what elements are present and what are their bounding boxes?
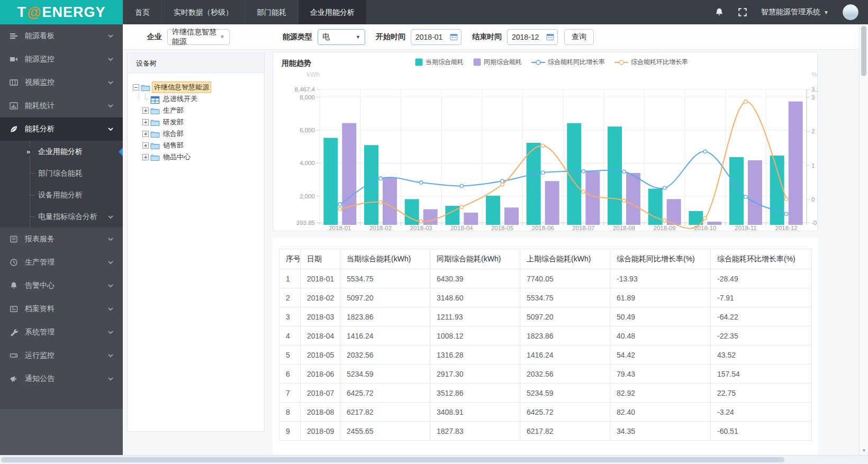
company-select[interactable]: 许继信息智慧能源 ▼ — [167, 29, 230, 45]
sidebar-subitem-department-comprehensive-energy[interactable]: 部门综合能耗 — [0, 162, 123, 184]
x-axis-label: 2018-01 — [329, 225, 351, 231]
table-row: 52018-052032.561316.281416.2454.4243.52 — [279, 345, 812, 365]
sidebar-subitem-device-energy-analysis[interactable]: 设备用能分析 — [0, 184, 123, 206]
sidebar-item-alarm-center[interactable]: 告警中心 — [0, 274, 123, 297]
end-time-label: 结束时间 — [472, 32, 502, 42]
nav-tab-realtime-data[interactable]: 实时数据（秒级） — [161, 0, 245, 24]
folder-open-icon — [141, 84, 150, 92]
bar-same-period-energy — [667, 199, 681, 225]
chart-legend: 当期综合能耗同期综合能耗综合能耗同比增长率综合能耗环比增长率 — [415, 58, 688, 67]
sidebar-item-video-monitoring[interactable]: 视频监控 — [0, 71, 123, 94]
tree-collapse-icon[interactable] — [133, 84, 139, 90]
legend-item[interactable]: 当期综合能耗 — [415, 58, 464, 67]
sidebar-subitem-label: 企业用能分析 — [38, 147, 83, 157]
table-cell: 1823.86 — [340, 307, 430, 326]
table-cell: 5234.59 — [520, 384, 610, 403]
tree-root-label[interactable]: 许继信息智慧能源 — [152, 81, 211, 93]
logo-text: T — [17, 4, 27, 21]
fullscreen-icon[interactable] — [738, 7, 747, 17]
report-icon — [10, 235, 18, 243]
start-date-value: 2018-01 — [415, 33, 442, 41]
chevron-down-icon — [107, 79, 114, 86]
nav-tab-department-energy[interactable]: 部门能耗 — [245, 0, 298, 24]
tree-node-main-incoming-switch[interactable]: 总进线开关 — [142, 93, 259, 105]
bar-same-period-energy — [464, 213, 478, 225]
line-data-point — [501, 183, 504, 186]
sidebar-item-system-management[interactable]: 系统管理 — [0, 321, 123, 344]
sidebar-item-energy-monitoring[interactable]: 能源监控 — [0, 48, 123, 71]
tree-node-general-dept[interactable]: 综合部 — [142, 128, 259, 140]
energy-type-select[interactable]: 电 ▼ — [318, 29, 365, 45]
table-header-cell: 序号 — [279, 249, 301, 269]
table-cell: 2032.56 — [520, 365, 610, 384]
tree-expand-icon[interactable] — [142, 119, 149, 125]
sidebar-item-energy-statistics[interactable]: 能耗统计 — [0, 94, 123, 117]
system-name-dropdown[interactable]: 智慧能源管理系统 ▼ — [761, 7, 829, 17]
nav-tab-home[interactable]: 首页 — [123, 0, 161, 24]
table-cell: 2018-08 — [301, 403, 340, 422]
legend-item[interactable]: 同期综合能耗 — [473, 58, 522, 67]
tree-expand-icon[interactable] — [142, 131, 149, 137]
tree-node-sales-dept[interactable]: 销售部 — [142, 140, 259, 151]
x-axis-label: 2018-11 — [735, 225, 756, 231]
legend-item[interactable]: 综合能耗环比增长率 — [614, 58, 688, 67]
notification-bell-icon[interactable] — [715, 7, 724, 17]
device-tree-title: 设备树 — [128, 53, 264, 73]
bar-current-energy — [729, 157, 744, 225]
chevron-down-icon: ▼ — [824, 10, 829, 15]
right-axis-name: % — [811, 71, 817, 78]
legend-line-swatch — [531, 59, 545, 66]
left-axis-tick: 4,000 — [300, 160, 315, 166]
bar-same-period-energy — [383, 177, 397, 225]
horizontal-scrollbar-thumb[interactable] — [1, 457, 784, 462]
filter-bar: 企业 许继信息智慧能源 ▼ 能源类型 电 ▼ 开始时间 2018-01 结束时间… — [123, 24, 859, 50]
device-tree: 许继信息智慧能源总进线开关生产部研发部综合部销售部物品中心 — [128, 73, 264, 171]
tree-node-production-dept[interactable]: 生产部 — [142, 105, 259, 116]
user-avatar[interactable] — [843, 4, 858, 20]
chevron-down-icon — [107, 56, 114, 63]
vertical-scrollbar[interactable]: ▼ — [859, 24, 868, 455]
table-cell: 2018-06 — [301, 365, 340, 384]
table-row: 22018-025097.203148.605534.7561.89-7.91 — [279, 288, 812, 307]
tree-expand-icon[interactable] — [142, 142, 149, 149]
table-row: 72018-076425.723512.865234.5982.9222.75 — [279, 384, 812, 403]
right-axis-tick: 3.23 — [811, 86, 817, 93]
sidebar-item-archives[interactable]: 档案资料 — [0, 297, 123, 321]
sidebar-subitem-enterprise-energy-analysis[interactable]: »企业用能分析 — [0, 141, 123, 162]
table-cell: 5234.59 — [340, 365, 430, 384]
sidebar-item-report-service[interactable]: 报表服务 — [0, 228, 123, 251]
sidebar-item-label: 档案资料 — [25, 304, 55, 314]
left-axis-tick: 393.85 — [296, 220, 315, 226]
folder-icon — [150, 119, 160, 126]
table-cell: 2018-09 — [301, 422, 340, 441]
vertical-scrollbar-thumb[interactable] — [861, 26, 866, 76]
end-date-input[interactable]: 2018-12 — [507, 29, 558, 45]
table-cell: 2018-01 — [301, 269, 340, 288]
tree-expand-icon[interactable] — [142, 154, 149, 160]
table-cell: 5097.20 — [520, 307, 610, 326]
tree-node-goods-center[interactable]: 物品中心 — [142, 151, 259, 163]
sidebar-item-notice-announcement[interactable]: 通知公告 — [0, 367, 123, 390]
sidebar-item-energy-analysis[interactable]: 能耗分析 — [0, 117, 123, 141]
bar-current-energy — [770, 156, 784, 225]
sidebar-item-energy-dashboard[interactable]: 能源看板 — [0, 24, 123, 48]
start-date-input[interactable]: 2018-01 — [411, 29, 462, 45]
line-data-point — [744, 100, 747, 103]
scroll-down-arrow-icon[interactable]: ▼ — [860, 447, 868, 455]
sidebar-item-production-management[interactable]: 生产管理 — [0, 251, 123, 274]
table-cell: 157.54 — [711, 365, 812, 384]
active-item-marker — [119, 148, 123, 156]
sidebar-subitem-label: 部门综合能耗 — [38, 169, 83, 178]
main-content: 企业 许继信息智慧能源 ▼ 能源类型 电 ▼ 开始时间 2018-01 结束时间… — [123, 24, 859, 455]
horizontal-scrollbar[interactable] — [0, 455, 868, 464]
nav-tab-enterprise-energy-analysis[interactable]: 企业用能分析 — [298, 0, 366, 24]
bar-same-period-energy — [545, 181, 559, 225]
sidebar-subitem-power-indicator-analysis[interactable]: 电量指标综合分析 — [0, 206, 123, 228]
tree-node-root[interactable]: 许继信息智慧能源 — [133, 81, 259, 93]
sidebar-footer — [0, 409, 123, 455]
legend-item[interactable]: 综合能耗同比增长率 — [531, 58, 605, 67]
query-button[interactable]: 查询 — [564, 29, 594, 45]
tree-node-rd-dept[interactable]: 研发部 — [142, 116, 259, 128]
tree-expand-icon[interactable] — [142, 107, 149, 114]
sidebar-item-operation-monitoring[interactable]: 运行监控 — [0, 344, 123, 367]
